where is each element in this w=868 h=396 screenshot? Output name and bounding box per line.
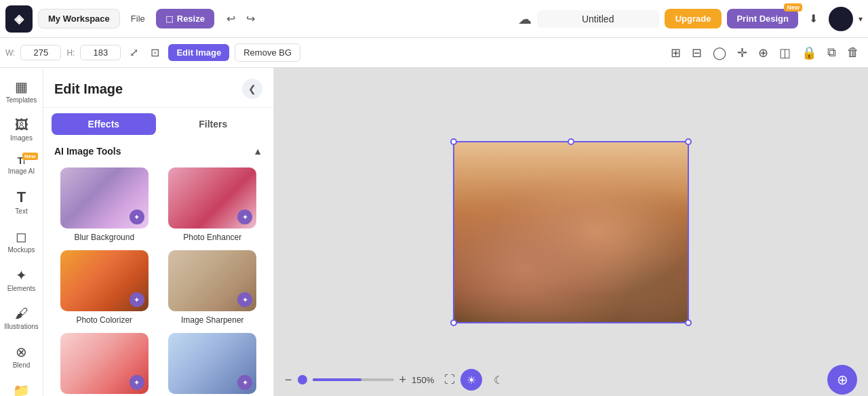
elements-label: Elements — [7, 285, 36, 292]
avatar[interactable] — [829, 7, 853, 31]
illustrations-label: Illustrations — [4, 323, 39, 330]
document-title[interactable] — [537, 10, 659, 28]
resize-button[interactable]: ⬚ Resize — [156, 9, 214, 28]
sidebar-item-illustrations[interactable]: 🖌 Illustrations — [3, 300, 41, 336]
zoom-level: 150% — [412, 375, 439, 385]
grid-icon[interactable]: ⊞ — [667, 43, 684, 62]
tool-card-image-sharpener[interactable]: ✦Image Sharpener — [163, 250, 263, 325]
move-icon[interactable]: ✛ — [734, 43, 751, 62]
height-input[interactable] — [80, 45, 121, 60]
stack-icon[interactable]: ⊕ — [755, 43, 772, 62]
edit-panel: Edit Image ❮ Effects Filters AI Image To… — [43, 68, 274, 396]
layers-icon[interactable]: ⊟ — [688, 43, 705, 62]
edit-image-button[interactable]: Edit Image — [168, 44, 229, 61]
handle-bottom-right[interactable] — [685, 319, 692, 326]
tool-label-photo-enhancer: Photo Enhancer — [183, 233, 241, 242]
download-button[interactable]: ⬇ — [804, 9, 823, 28]
icon-sidebar: ▦ Templates 🖼 Images Tᵢ New Image AI T T… — [0, 68, 43, 396]
expand-icon[interactable]: ⤢ — [126, 44, 142, 61]
avatar-dropdown-button[interactable]: ▾ — [859, 14, 863, 24]
tools-grid: ✦Blur Background✦Photo Enhancer✦Photo Co… — [43, 162, 273, 396]
panel-scroll[interactable]: ✦Blur Background✦Photo Enhancer✦Photo Co… — [43, 162, 273, 396]
tool-thumb-cartoon-selfie: ✦ — [60, 333, 149, 394]
zoom-plus-button[interactable]: + — [399, 373, 407, 387]
crop-icon[interactable]: ⊡ — [147, 44, 163, 61]
tab-filters[interactable]: Filters — [161, 113, 266, 135]
resize-label: Resize — [177, 14, 205, 24]
sidebar-item-blend[interactable]: ⊗ Blend — [3, 338, 41, 374]
tool-badge-blur-bg: ✦ — [130, 210, 144, 224]
toolbar2-right: ⊞ ⊟ ◯ ✛ ⊕ ◫ 🔒 ⧉ 🗑 — [667, 43, 863, 62]
sidebar-item-image-ai[interactable]: Tᵢ New Image AI — [3, 150, 41, 180]
redo-button[interactable]: ↪ — [242, 9, 259, 28]
flip-icon[interactable]: ◫ — [776, 43, 794, 62]
canvas-area[interactable]: − + 150% ⛶ ☀ ☾ ⊕ — [274, 68, 868, 396]
images-label: Images — [10, 134, 33, 142]
mockups-label: Mockups — [7, 246, 35, 254]
secondary-toolbar: W: H: ⤢ ⊡ Edit Image Remove BG ⊞ ⊟ ◯ ✛ ⊕… — [0, 38, 868, 68]
logo-button[interactable]: ◈ — [5, 5, 33, 33]
width-input[interactable] — [20, 45, 61, 60]
zoom-track[interactable] — [313, 378, 394, 381]
collapse-button[interactable]: ❮ — [242, 79, 262, 99]
handle-top-right[interactable] — [685, 138, 692, 145]
tool-badge-photo-colorizer: ✦ — [130, 292, 144, 307]
help-icon: ⊕ — [837, 372, 848, 388]
tool-label-image-sharpener: Image Sharpener — [181, 315, 244, 325]
zoom-minus-button[interactable]: − — [285, 373, 292, 387]
fullscreen-button[interactable]: ⛶ — [444, 374, 455, 386]
bottom-bar: − + 150% ⛶ ☀ ☾ ⊕ — [274, 363, 868, 396]
sidebar-item-my-files[interactable]: 📁 My Files — [3, 377, 41, 396]
tab-row: Effects Filters — [43, 108, 273, 140]
tool-badge-face-cutout: ✦ — [237, 375, 252, 390]
tool-card-cartoon-selfie[interactable]: ✦Cartoon Selfie — [54, 333, 155, 396]
tool-label-blur-bg: Blur Background — [74, 233, 134, 242]
blend-icon: ⊗ — [16, 344, 27, 360]
handle-top-left[interactable] — [450, 138, 457, 145]
shape-icon[interactable]: ◯ — [709, 43, 730, 62]
delete-icon[interactable]: 🗑 — [844, 43, 863, 62]
cloud-save-button[interactable]: ☁ — [518, 11, 532, 27]
tool-card-face-cutout[interactable]: ✦Face Cutout — [163, 333, 263, 396]
topbar: ◈ My Workspace File ⬚ Resize ↩ ↪ ☁ Upgra… — [0, 0, 868, 38]
tool-thumb-image-sharpener: ✦ — [168, 250, 256, 311]
zoom-fill — [313, 378, 361, 381]
undo-button[interactable]: ↩ — [222, 9, 239, 28]
tool-card-photo-enhancer[interactable]: ✦Photo Enhancer — [163, 167, 263, 242]
print-design-button[interactable]: Print Design New — [727, 9, 798, 28]
upgrade-button[interactable]: Upgrade — [665, 9, 722, 28]
sidebar-item-images[interactable]: 🖼 Images — [3, 112, 41, 147]
height-label: H: — [66, 48, 75, 58]
sidebar-item-mockups[interactable]: ◻ Mockups — [3, 223, 41, 259]
ai-section-label: AI Image Tools — [54, 146, 121, 157]
tool-card-photo-colorizer[interactable]: ✦Photo Colorizer — [54, 250, 155, 325]
blend-label: Blend — [13, 361, 31, 369]
logo-icon: ◈ — [14, 12, 24, 26]
mockups-icon: ◻ — [16, 229, 27, 245]
templates-icon: ▦ — [15, 79, 28, 95]
dark-theme-button[interactable]: ☾ — [488, 369, 509, 391]
sidebar-item-elements[interactable]: ✦ Elements — [3, 262, 41, 298]
illustrations-icon: 🖌 — [15, 306, 28, 321]
text-icon: T — [17, 189, 26, 206]
tool-card-blur-bg[interactable]: ✦Blur Background — [54, 167, 155, 242]
remove-bg-button[interactable]: Remove BG — [235, 43, 300, 62]
my-files-icon: 📁 — [13, 382, 30, 396]
sidebar-item-text[interactable]: T Text — [3, 183, 41, 220]
ai-section-collapse[interactable]: ▲ — [253, 146, 262, 157]
handle-top-center[interactable] — [568, 138, 574, 145]
ai-section-header: AI Image Tools ▲ — [43, 140, 273, 162]
sidebar-item-templates[interactable]: ▦ Templates — [3, 73, 41, 109]
file-button[interactable]: File — [125, 9, 151, 28]
images-icon: 🖼 — [15, 117, 28, 133]
selected-image-wrapper[interactable] — [453, 141, 689, 323]
duplicate-icon[interactable]: ⧉ — [824, 43, 840, 62]
handle-bottom-left[interactable] — [450, 319, 457, 326]
tab-effects[interactable]: Effects — [52, 113, 156, 135]
workspace-button[interactable]: My Workspace — [38, 9, 120, 28]
tool-badge-image-sharpener: ✦ — [237, 292, 252, 307]
light-theme-button[interactable]: ☀ — [460, 369, 482, 391]
help-button[interactable]: ⊕ — [827, 365, 857, 395]
new-badge: New — [784, 3, 802, 12]
lock-icon[interactable]: 🔒 — [798, 43, 820, 62]
